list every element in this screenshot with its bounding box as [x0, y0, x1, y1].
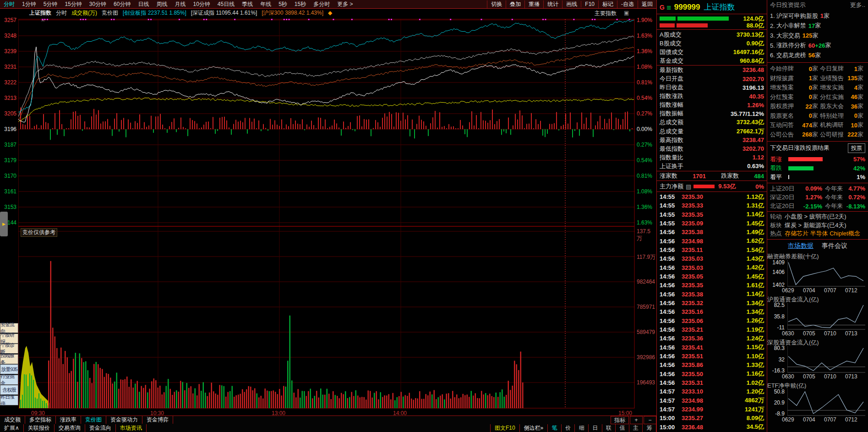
period-tab-15[interactable]: 多分时: [310, 0, 333, 8]
tip-item-2[interactable]: 3.大宗交易125 家: [767, 31, 868, 41]
price-tick: 3205: [0, 110, 16, 117]
toolbar-action-5[interactable]: F10: [581, 1, 598, 7]
tip-item-1[interactable]: 2.大小非解禁17 家: [767, 21, 868, 31]
toolbar-action-7[interactable]: -自选: [617, 0, 638, 8]
toolbar-action-4[interactable]: 画线: [562, 0, 581, 8]
mini-tab-7[interactable]: 筹: [643, 424, 656, 432]
period-tab-13[interactable]: 5秒: [275, 0, 291, 8]
stat-label: 业绩预告: [820, 74, 847, 82]
bottom-tab-0[interactable]: 成交额: [0, 416, 25, 424]
period-tab-16[interactable]: 更多 >: [333, 0, 356, 8]
index-data-row-11: 总成交量27662.1万: [657, 127, 767, 136]
function-tab-2[interactable]: 交易查询: [55, 424, 85, 432]
tip-item-3[interactable]: 5.涨跌停分析60+26 家: [767, 41, 868, 51]
period-tab-6[interactable]: 日线: [134, 0, 153, 8]
tip-num: 60: [808, 42, 815, 49]
menu-icon[interactable]: ≣: [666, 4, 671, 11]
chart-header-item-3[interactable]: 竞价图: [102, 9, 118, 17]
function-tab-4[interactable]: 市场资讯: [116, 424, 147, 432]
period-tab-3[interactable]: 15分钟: [61, 0, 85, 8]
period-tab-8[interactable]: 月线: [171, 0, 189, 8]
sidebar-toggle-button[interactable]: 侧边栏»: [520, 424, 548, 432]
function-tab-3[interactable]: 资金流向: [85, 424, 116, 432]
auction-note: 竞价仅供参考: [21, 228, 57, 237]
mini-tab-0[interactable]: 笔: [548, 424, 562, 432]
tick-time: 14:55: [660, 202, 682, 209]
toolbar-action-6[interactable]: 标记: [598, 0, 617, 8]
period-tab-12[interactable]: 年线: [257, 0, 275, 8]
bottom-tab-3[interactable]: 竞价图: [81, 416, 106, 424]
period-tab-2[interactable]: 5分钟: [40, 0, 61, 8]
function-tab-0[interactable]: 扩展∧: [0, 424, 24, 432]
pct-tick: 1.90%: [637, 17, 652, 23]
indicator-button[interactable]: 指标: [611, 416, 629, 424]
index-data-row-6: 昨日收盘3196.13: [657, 83, 767, 92]
chart-header-item-0[interactable]: 上证指数: [29, 9, 51, 17]
function-tab-1[interactable]: 关联报价: [24, 424, 55, 432]
list-icon[interactable]: ▤: [686, 183, 691, 190]
pct-tick: 0.81%: [637, 79, 652, 86]
price-tick: 3170: [0, 173, 16, 179]
bottom-tab-4[interactable]: 资金驱动力: [106, 416, 142, 424]
chart-header-item-2[interactable]: 成交额(万): [71, 9, 97, 17]
tab-market-data[interactable]: 市场数据: [788, 242, 813, 250]
row-label: 总成交量: [660, 127, 683, 136]
sidebar-collapse-handle[interactable]: ▶: [0, 212, 8, 236]
checkbox-icon[interactable]: ▣: [624, 10, 629, 16]
toolbar-action-3[interactable]: 统计: [543, 0, 562, 8]
tick-price: 3235.35: [682, 211, 718, 218]
zoom-in-button[interactable]: +: [630, 416, 643, 424]
tick-list[interactable]: 14:553235.301.12亿14:553235.331.31亿14:553…: [657, 192, 767, 432]
tab-events[interactable]: 事件会议: [822, 242, 847, 250]
mini-tab-3[interactable]: 日: [589, 424, 602, 432]
tick-amount: 34.5亿: [718, 423, 764, 431]
mini-tab-2[interactable]: 细: [575, 424, 589, 432]
graphic-f10-button[interactable]: 图文F10: [490, 424, 520, 432]
mini-tab-6[interactable]: 主: [629, 424, 643, 432]
toolbar-action-1[interactable]: 叠加: [506, 0, 524, 8]
vol-tick: 117.9万: [637, 253, 655, 261]
tick-amount: 1.10亿: [718, 352, 764, 361]
index-data-row-5: 今日开盘3202.70: [657, 74, 767, 83]
separator: [767, 183, 868, 183]
chart-header-item-1[interactable]: 分时: [56, 9, 67, 17]
price-tick: 3213: [0, 95, 16, 101]
bottom-tab-5[interactable]: 资金博弈: [142, 416, 173, 424]
tick-row-5: 14:563234.981.62亿: [657, 237, 767, 246]
mini-tab-4[interactable]: 联: [602, 424, 616, 432]
pct-tick: 0.54%: [637, 157, 652, 164]
tick-amount: 1.19亿: [718, 326, 764, 334]
tick-row-23: 14:573234.984862万: [657, 396, 767, 405]
tip-item-0[interactable]: 1.沪深可申购新股1 家: [767, 11, 868, 21]
tip-no: 3.: [770, 32, 775, 39]
stat-unit: 家: [812, 112, 818, 120]
main-index-toggle[interactable]: 主要指数: [595, 10, 617, 17]
period-tab-10[interactable]: 45日线: [214, 0, 238, 8]
stat-value: 135: [847, 75, 857, 82]
tick-amount: 1.24亿: [718, 334, 764, 343]
more-link[interactable]: 更多..: [850, 1, 865, 9]
row-value: 3236.48: [742, 66, 764, 73]
toolbar-action-0[interactable]: 切换: [487, 0, 506, 8]
bottom-tab-1[interactable]: 多空指标: [25, 416, 56, 424]
mini-tab-1[interactable]: 价: [562, 424, 575, 432]
period-tab-7[interactable]: 周线: [153, 0, 171, 8]
period-tab-9[interactable]: 10分钟: [189, 0, 213, 8]
stat-value: 46: [847, 93, 857, 100]
period-tab-1[interactable]: 1分钟: [18, 0, 40, 8]
mini-tab-5[interactable]: 值: [616, 424, 629, 432]
period-tab-11[interactable]: 季线: [238, 0, 257, 8]
stat-label: 公司公告: [770, 131, 797, 139]
vote-button[interactable]: 投票: [848, 143, 865, 153]
period-tab-14[interactable]: 15秒: [291, 0, 310, 8]
period-tab-4[interactable]: 30分钟: [86, 0, 110, 8]
tip-item-4[interactable]: 6.交易龙虎榜56 家: [767, 50, 868, 60]
toolbar-action-2[interactable]: 重播: [524, 0, 543, 8]
stat-value: 0: [797, 112, 812, 119]
bottom-tab-2[interactable]: 涨跌率: [56, 416, 81, 424]
period-tab-5[interactable]: 60分钟: [110, 0, 134, 8]
price-tick: 3257: [0, 17, 16, 23]
zoom-out-button[interactable]: −: [644, 416, 656, 424]
tick-row-21: 14:563235.311.02亿: [657, 378, 767, 387]
intraday-chart[interactable]: [18, 17, 635, 410]
